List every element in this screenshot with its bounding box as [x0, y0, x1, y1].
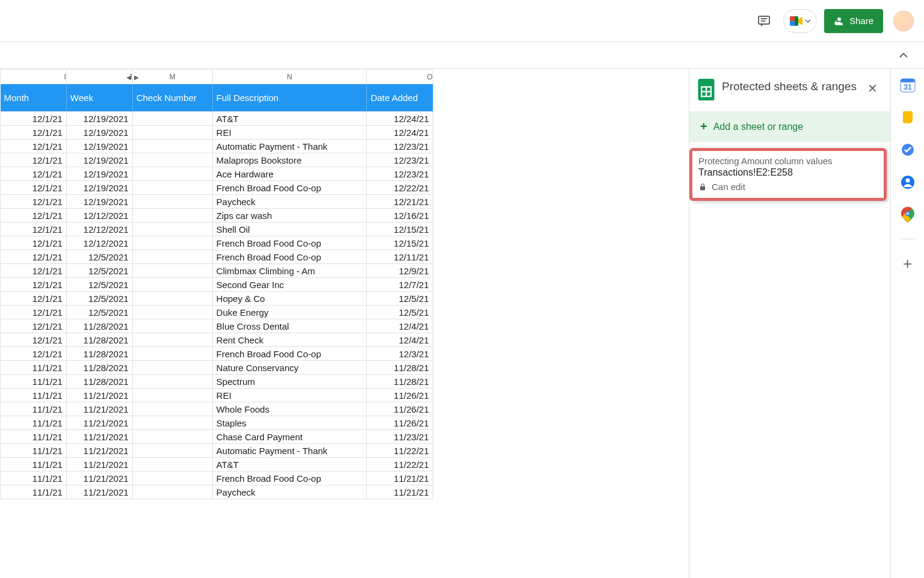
meet-icon	[789, 14, 804, 28]
collapse-formula-icon[interactable]	[893, 45, 914, 66]
meet-button[interactable]	[783, 9, 817, 33]
avatar[interactable]	[893, 10, 914, 32]
chevron-down-icon	[805, 18, 811, 24]
formula-bar	[0, 42, 924, 69]
share-label: Share	[849, 16, 873, 26]
top-bar: Share	[0, 0, 924, 42]
svg-point-3	[837, 17, 841, 21]
svg-rect-5	[836, 21, 837, 22]
share-button[interactable]: Share	[824, 9, 883, 33]
svg-rect-0	[759, 16, 769, 24]
lock-person-icon	[834, 16, 845, 26]
comments-icon[interactable]	[752, 9, 776, 33]
